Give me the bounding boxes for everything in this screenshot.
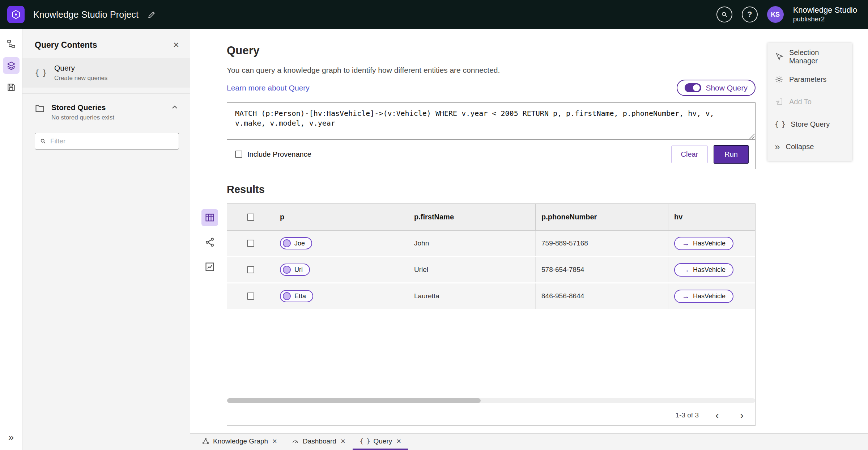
chart-view-icon[interactable]: [201, 258, 218, 275]
braces-icon: { }: [35, 68, 46, 77]
topbar: Knowledge Studio Project ? KS Knowledge …: [0, 0, 868, 29]
query-text: MATCH (p:Person)-[hv:HasVehicle]->(v:Veh…: [235, 109, 719, 127]
app-logo-icon[interactable]: [7, 6, 25, 23]
cell-phonenumber: 759-889-57168: [536, 231, 668, 256]
query-editor: MATCH (p:Person)-[hv:HasVehicle]->(v:Veh…: [227, 102, 756, 169]
learn-more-link[interactable]: Learn more about Query: [227, 84, 310, 92]
cell-phonenumber: 846-956-8644: [536, 283, 668, 309]
avatar[interactable]: KS: [767, 6, 784, 23]
show-query-label: Show Query: [706, 84, 748, 92]
node-label: Joe: [294, 240, 305, 247]
user-menu[interactable]: Knowledge Studio publisher2: [793, 5, 857, 23]
cell-firstname: John: [408, 231, 536, 256]
main-area: Query You can query a knowledge graph to…: [190, 29, 868, 433]
edge-label: HasVehicle: [693, 240, 726, 247]
row-checkbox[interactable]: [247, 293, 254, 300]
column-header-hv[interactable]: hv: [668, 204, 755, 230]
filter-input[interactable]: [50, 137, 174, 145]
arrow-right-icon: →: [682, 293, 689, 300]
node-label: Etta: [294, 293, 306, 300]
row-checkbox[interactable]: [247, 266, 254, 273]
node-pill[interactable]: Joe: [280, 237, 312, 249]
query-textarea[interactable]: MATCH (p:Person)-[hv:HasVehicle]->(v:Veh…: [227, 103, 755, 140]
query-item[interactable]: { } Query Create new queries: [22, 58, 190, 88]
selection-manager-icon: [775, 52, 783, 61]
page-description: You can query a knowledge graph to ident…: [227, 66, 756, 75]
username: publisher2: [793, 15, 857, 24]
scrollbar-thumb[interactable]: [227, 398, 481, 403]
column-header-phonenumber[interactable]: p.phoneNumber: [536, 204, 668, 230]
context-item-label: Add To: [789, 98, 812, 106]
node-pill[interactable]: Uri: [280, 264, 310, 276]
close-tab-icon[interactable]: ×: [341, 437, 345, 445]
context-item-parameters[interactable]: Parameters: [767, 68, 852, 91]
context-item-collapse[interactable]: » Collapse: [767, 135, 852, 158]
tab-bar: Knowledge Graph × Dashboard × { } Query …: [190, 433, 868, 450]
include-provenance-label: Include Provenance: [247, 150, 311, 159]
stored-queries-section[interactable]: Stored Queries No stored queries exist: [22, 93, 190, 125]
row-checkbox[interactable]: [247, 240, 254, 247]
query-contents-panel: Query Contents × { } Query Create new qu…: [22, 29, 190, 450]
previous-page-icon[interactable]: ‹: [711, 410, 723, 421]
show-query-toggle[interactable]: Show Query: [677, 80, 756, 96]
cell-firstname: Uriel: [408, 257, 536, 282]
include-provenance-checkbox[interactable]: [235, 151, 242, 158]
tab-knowledge-graph[interactable]: Knowledge Graph ×: [195, 434, 284, 450]
model-hierarchy-icon[interactable]: [3, 35, 20, 52]
dashboard-icon: [292, 437, 299, 445]
arrow-right-icon: →: [682, 266, 689, 273]
node-icon: [283, 239, 291, 247]
knowledge-graph-icon: [202, 437, 209, 445]
context-item-label: Selection Manager: [789, 49, 845, 65]
select-all-checkbox[interactable]: [247, 214, 254, 221]
chevron-up-icon[interactable]: [170, 103, 179, 112]
close-tab-icon[interactable]: ×: [396, 437, 401, 445]
context-item-selection-manager[interactable]: Selection Manager: [767, 46, 852, 68]
horizontal-scrollbar[interactable]: [227, 398, 755, 403]
close-tab-icon[interactable]: ×: [272, 437, 277, 445]
expand-rail-icon[interactable]: »: [3, 429, 20, 446]
node-icon: [283, 266, 291, 274]
edge-pill[interactable]: →HasVehicle: [674, 263, 733, 277]
close-panel-icon[interactable]: ×: [173, 40, 179, 50]
edge-label: HasVehicle: [693, 293, 726, 300]
table-view-icon[interactable]: [201, 209, 218, 226]
edge-pill[interactable]: →HasVehicle: [674, 290, 733, 303]
stored-queries-title: Stored Queries: [51, 103, 114, 112]
clear-button[interactable]: Clear: [671, 146, 708, 163]
run-button[interactable]: Run: [714, 145, 749, 164]
context-item-store-query[interactable]: { } Store Query: [767, 113, 852, 135]
folder-icon: [35, 103, 45, 113]
column-header-p[interactable]: p: [274, 204, 408, 230]
tab-dashboard[interactable]: Dashboard ×: [284, 434, 353, 450]
tab-query[interactable]: { } Query ×: [353, 434, 408, 450]
left-rail: »: [0, 29, 22, 450]
save-icon[interactable]: [3, 79, 20, 96]
table-row: Etta Lauretta 846-956-8644 →HasVehicle: [227, 283, 755, 310]
braces-icon: { }: [360, 438, 370, 445]
include-provenance-option[interactable]: Include Provenance: [235, 150, 311, 159]
resize-handle[interactable]: [749, 134, 754, 139]
edit-title-icon[interactable]: [147, 10, 156, 19]
next-page-icon[interactable]: ›: [736, 410, 748, 421]
edge-pill[interactable]: →HasVehicle: [674, 237, 733, 250]
table-row: Uri Uriel 578-654-7854 →HasVehicle: [227, 257, 755, 283]
pagination-label: 1-3 of 3: [676, 411, 699, 419]
layers-icon[interactable]: [3, 57, 20, 74]
edge-label: HasVehicle: [693, 266, 726, 274]
node-pill[interactable]: Etta: [280, 290, 313, 302]
context-item-label: Store Query: [791, 120, 830, 129]
cell-firstname: Lauretta: [408, 283, 536, 309]
search-icon[interactable]: [716, 7, 732, 22]
graph-view-icon[interactable]: [201, 234, 218, 251]
context-menu: Selection Manager Parameters Add To { } …: [767, 43, 852, 161]
column-header-firstname[interactable]: p.firstName: [408, 204, 536, 230]
braces-icon: { }: [775, 120, 785, 128]
tab-label: Query: [374, 437, 392, 445]
table-header: p p.firstName p.phoneNumber hv: [227, 204, 755, 231]
tab-label: Knowledge Graph: [213, 437, 268, 445]
search-icon: [39, 138, 47, 145]
project-title: Knowledge Studio Project: [33, 9, 139, 20]
help-icon[interactable]: ?: [742, 7, 758, 22]
node-icon: [283, 292, 291, 300]
